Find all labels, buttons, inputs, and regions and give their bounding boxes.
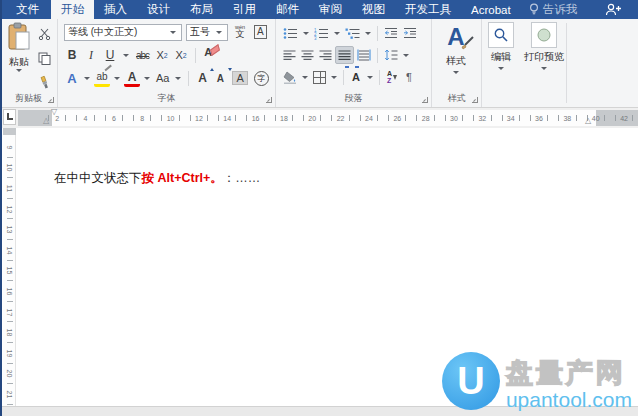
subscript-button[interactable]: X2 xyxy=(154,46,170,64)
superscript-button[interactable]: X2 xyxy=(173,46,189,64)
text-effects-dropdown-arrow[interactable] xyxy=(84,77,90,80)
align-right-button[interactable] xyxy=(317,46,334,64)
strikethrough-button[interactable]: abc xyxy=(134,46,151,64)
highlight-dropdown-arrow[interactable] xyxy=(114,77,120,80)
font-name-combobox[interactable]: 等线 (中文正文) xyxy=(64,24,182,41)
decrease-indent-button[interactable] xyxy=(382,24,400,42)
paste-button[interactable]: 粘贴 xyxy=(4,22,34,92)
tab-developer[interactable]: 开发工具 xyxy=(395,0,461,19)
tab-references[interactable]: 引用 xyxy=(223,0,266,19)
tab-layout[interactable]: 布局 xyxy=(180,0,223,19)
tab-review[interactable]: 审阅 xyxy=(309,0,352,19)
paragraph-dialog-launcher[interactable] xyxy=(422,97,428,103)
document-area[interactable]: 9 10 11 12 13 14 15 16 17 18 19 20 21 在中… xyxy=(0,128,638,416)
tell-me-box[interactable]: 告诉我 xyxy=(521,0,586,19)
shading-button[interactable] xyxy=(281,68,299,86)
styles-button[interactable]: A 样式 xyxy=(441,22,471,74)
underline-dropdown-arrow[interactable] xyxy=(123,54,129,57)
copy-button[interactable] xyxy=(36,49,53,67)
sort-letter-z: Z xyxy=(387,77,392,84)
font-dialog-launcher[interactable] xyxy=(266,97,272,103)
tab-design[interactable]: 设计 xyxy=(137,0,180,19)
multilevel-dropdown-arrow[interactable] xyxy=(365,32,371,35)
change-case-button[interactable]: Aa xyxy=(154,69,171,87)
print-preview-label: 打印预览 xyxy=(524,50,564,64)
shading-dropdown-arrow[interactable] xyxy=(302,76,308,79)
sort-letter-a: A xyxy=(387,70,392,77)
line-spacing-dropdown-arrow[interactable] xyxy=(403,54,409,57)
horizontal-ruler[interactable]: 2 4 6 8 10 12 14 16 18 20 22 24 26 28 30… xyxy=(18,110,638,126)
numbering-dropdown-arrow[interactable] xyxy=(334,32,340,35)
superscript-base: X xyxy=(176,49,183,61)
ruler-number: 10 xyxy=(156,110,184,126)
window-left-border xyxy=(0,0,2,416)
bullets-button[interactable] xyxy=(281,24,300,42)
print-preview-button[interactable]: 打印预览 xyxy=(524,22,564,70)
enclose-characters-button[interactable]: 字 xyxy=(254,71,269,86)
vertical-ruler[interactable]: 9 10 11 12 13 14 15 16 17 18 19 20 21 xyxy=(3,128,16,406)
paste-dropdown-arrow[interactable] xyxy=(16,69,22,72)
font-color-dropdown-arrow[interactable] xyxy=(144,77,150,80)
ruler-number: 10 xyxy=(6,164,13,172)
borders-button[interactable] xyxy=(311,68,328,86)
italic-button[interactable]: I xyxy=(83,46,99,64)
character-shading-button[interactable]: A xyxy=(232,71,247,85)
bullets-dropdown-arrow[interactable] xyxy=(303,32,309,35)
change-case-dropdown-arrow[interactable] xyxy=(175,77,181,80)
distribute-button[interactable] xyxy=(355,46,373,64)
tab-acrobat[interactable]: Acrobat xyxy=(461,0,521,19)
phonetic-guide-button[interactable]: wén 文 xyxy=(232,23,248,41)
ruler-numbers: 2 4 6 8 10 12 14 16 18 20 22 24 26 28 30… xyxy=(43,110,638,126)
shrink-font-button[interactable]: A xyxy=(212,69,228,87)
tab-view[interactable]: 视图 xyxy=(352,0,395,19)
right-indent-marker[interactable]: △ xyxy=(585,117,591,125)
increase-indent-button[interactable] xyxy=(401,24,419,42)
ruler-number: 42 xyxy=(610,110,638,126)
tab-home[interactable]: 开始 xyxy=(51,0,94,19)
clear-formatting-button[interactable]: A xyxy=(202,46,222,64)
first-line-indent-marker[interactable]: ▽ xyxy=(51,108,57,116)
ruler-number: 8 xyxy=(128,110,156,126)
document-text-line[interactable]: 在中中文状态下按 Alt+Ctrl+。：…… xyxy=(54,170,260,187)
font-size-combobox[interactable]: 五号 xyxy=(186,24,228,41)
underline-button[interactable]: U xyxy=(102,46,118,64)
highlight-color-button[interactable]: ab xyxy=(94,69,110,87)
ruler-number: 30 xyxy=(440,110,468,126)
font-name-dropdown-arrow xyxy=(170,31,176,34)
styles-dialog-launcher[interactable] xyxy=(472,97,478,103)
multilevel-list-button[interactable] xyxy=(343,24,362,42)
sort-button[interactable]: AZ xyxy=(384,68,400,86)
text-effects-button[interactable]: A xyxy=(64,69,80,87)
tab-selector[interactable] xyxy=(3,109,16,125)
tab-mailings[interactable]: 邮件 xyxy=(266,0,309,19)
show-hide-marks-button[interactable]: ¶ xyxy=(401,68,417,86)
word-window: 文件 开始 插入 设计 布局 引用 邮件 审阅 视图 开发工具 Acrobat … xyxy=(0,0,638,416)
font-name-value: 等线 (中文正文) xyxy=(68,25,168,39)
editing-button[interactable]: 编辑 xyxy=(488,22,514,70)
grow-font-button[interactable]: A xyxy=(194,69,210,87)
cut-button[interactable] xyxy=(36,25,53,43)
hanging-indent-marker[interactable]: △ xyxy=(43,117,49,125)
borders-dropdown-arrow[interactable] xyxy=(331,76,337,79)
line-spacing-button[interactable] xyxy=(382,46,400,64)
bold-button[interactable]: B xyxy=(64,46,80,64)
font-color-button[interactable]: A xyxy=(124,69,140,87)
share-button[interactable] xyxy=(605,0,638,19)
format-painter-button[interactable] xyxy=(36,73,53,91)
tab-file[interactable]: 文件 xyxy=(4,0,51,19)
align-center-button[interactable] xyxy=(299,46,316,64)
asian-layout-dropdown-arrow[interactable] xyxy=(367,76,373,79)
styles-button-label: 样式 xyxy=(446,54,466,68)
numbering-button[interactable]: 123 xyxy=(312,24,331,42)
watermark: U 盘量产网 upantool.com xyxy=(442,352,632,410)
watermark-logo: U xyxy=(442,352,500,410)
clipboard-dialog-launcher[interactable] xyxy=(48,97,54,103)
watermark-site-name: 盘量产网 xyxy=(506,360,626,387)
tab-insert[interactable]: 插入 xyxy=(94,0,137,19)
vertical-ruler-numbers: 9 10 11 12 13 14 15 16 17 18 19 20 21 xyxy=(3,137,16,405)
character-border-button[interactable]: A xyxy=(252,23,269,41)
group-clipboard: 粘贴 剪贴板 xyxy=(0,19,58,107)
align-left-button[interactable] xyxy=(281,46,298,64)
asian-layout-button[interactable]: A xyxy=(348,68,364,86)
justify-button[interactable] xyxy=(335,46,354,64)
